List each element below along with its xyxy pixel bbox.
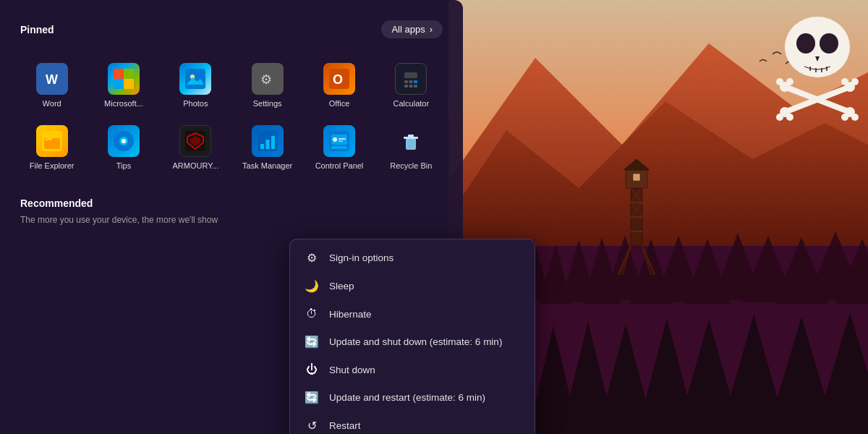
calculator-icon	[395, 63, 427, 95]
app-settings[interactable]: ⚙ Settings	[233, 56, 302, 115]
calculator-label: Calculator	[393, 99, 430, 108]
svg-rect-71	[124, 69, 134, 79]
app-office[interactable]: O Office	[305, 56, 373, 115]
sign-in-icon: ⚙	[305, 251, 319, 265]
word-label: Word	[43, 99, 61, 108]
recommended-description: The more you use your device, the more w…	[20, 215, 443, 225]
power-menu-update-shutdown[interactable]: 🔄 Update and shut down (estimate: 6 min)	[290, 328, 535, 356]
svg-text:W: W	[46, 72, 58, 87]
pinned-apps-grid: W Word Microsoft... Photos ⚙ Settings O	[0, 50, 463, 183]
all-apps-label: All apps	[391, 24, 425, 35]
app-control-panel[interactable]: Control Panel	[305, 118, 373, 177]
update-restart-label: Update and restart (estimate: 6 min)	[329, 392, 485, 403]
power-menu-sign-in-options[interactable]: ⚙ Sign-in options	[290, 244, 535, 272]
svg-rect-42	[633, 174, 640, 181]
svg-rect-73	[124, 79, 134, 89]
svg-rect-74	[185, 69, 205, 89]
svg-point-66	[841, 114, 848, 121]
restart-label: Restart	[329, 420, 361, 431]
power-menu-restart[interactable]: ↺ Restart	[290, 412, 535, 434]
svg-rect-109	[408, 135, 414, 137]
power-menu-update-restart[interactable]: 🔄 Update and restart (estimate: 6 min)	[290, 383, 535, 412]
app-task-manager[interactable]: Task Manager	[233, 118, 302, 177]
office-icon: O	[323, 63, 355, 95]
app-recycle-bin[interactable]: Recycle Bin	[377, 118, 446, 177]
svg-text:O: O	[333, 72, 343, 87]
update-shutdown-label: Update and shut down (estimate: 6 min)	[329, 336, 502, 347]
armoury-icon	[179, 125, 211, 157]
recommended-section: Recommended The more you use your device…	[0, 183, 463, 232]
tips-icon	[108, 125, 140, 157]
photos-label: Photos	[183, 99, 208, 108]
svg-rect-85	[414, 80, 417, 83]
sign-in-options-label: Sign-in options	[329, 252, 393, 263]
sleep-label: Sleep	[329, 281, 354, 292]
power-menu: ⚙ Sign-in options 🌙 Sleep ⏱ Hibernate 🔄 …	[289, 239, 535, 434]
svg-point-93	[122, 139, 126, 143]
app-armoury[interactable]: ARMOURY...	[161, 118, 230, 177]
app-file-explorer[interactable]: File Explorer	[17, 118, 86, 177]
svg-rect-86	[404, 85, 408, 88]
app-word[interactable]: W Word	[17, 56, 86, 115]
svg-rect-84	[409, 80, 413, 83]
app-photos[interactable]: Photos	[161, 56, 230, 115]
office-label: Office	[329, 99, 350, 108]
svg-rect-98	[260, 144, 264, 149]
pinned-label: Pinned	[20, 24, 54, 35]
chevron-right-icon: ›	[430, 24, 433, 35]
restart-icon: ↺	[305, 419, 319, 433]
svg-point-58	[786, 78, 793, 85]
hibernate-label: Hibernate	[329, 309, 372, 320]
recommended-label: Recommended	[20, 197, 443, 209]
svg-point-64	[786, 114, 793, 121]
file-explorer-label: File Explorer	[30, 161, 75, 170]
all-apps-button[interactable]: All apps ›	[381, 20, 443, 38]
word-icon: W	[36, 63, 68, 95]
svg-text:⚙: ⚙	[260, 72, 272, 87]
power-menu-shutdown[interactable]: ⏻ Shut down	[290, 356, 535, 383]
update-restart-icon: 🔄	[305, 391, 319, 404]
start-menu-header: Pinned All apps ›	[0, 0, 463, 50]
svg-rect-88	[414, 85, 417, 88]
svg-point-104	[333, 137, 337, 142]
svg-point-57	[776, 78, 783, 85]
svg-rect-103	[331, 146, 347, 149]
hibernate-icon: ⏱	[305, 307, 319, 320]
settings-icon: ⚙	[252, 63, 284, 95]
settings-label: Settings	[253, 99, 282, 108]
svg-rect-83	[404, 80, 408, 83]
recycle-bin-icon	[395, 125, 427, 157]
svg-rect-82	[404, 72, 417, 78]
power-menu-sleep[interactable]: 🌙 Sleep	[290, 272, 535, 300]
photos-icon	[179, 63, 211, 95]
app-calculator[interactable]: Calculator	[377, 56, 446, 115]
armoury-label: ARMOURY...	[172, 161, 218, 170]
task-manager-label: Task Manager	[242, 161, 292, 170]
svg-point-67	[851, 114, 859, 121]
svg-point-61	[851, 78, 859, 85]
svg-rect-99	[265, 140, 269, 149]
svg-point-60	[841, 78, 848, 85]
control-panel-icon	[323, 125, 355, 157]
file-explorer-icon	[36, 125, 68, 157]
tips-label: Tips	[116, 161, 131, 170]
recycle-bin-label: Recycle Bin	[390, 161, 432, 170]
task-manager-icon	[252, 125, 284, 157]
app-tips[interactable]: Tips	[89, 118, 158, 177]
control-panel-label: Control Panel	[315, 161, 364, 170]
svg-rect-106	[339, 140, 343, 142]
microsoft-store-icon	[108, 63, 140, 95]
svg-point-63	[776, 114, 783, 121]
svg-rect-87	[409, 85, 413, 88]
sleep-icon: 🌙	[305, 279, 319, 293]
microsoft-store-label: Microsoft...	[104, 99, 143, 108]
svg-rect-100	[271, 136, 275, 149]
svg-rect-72	[114, 79, 124, 89]
svg-rect-70	[114, 69, 124, 79]
power-menu-hibernate[interactable]: ⏱ Hibernate	[290, 300, 535, 328]
app-microsoft-store[interactable]: Microsoft...	[89, 56, 158, 115]
svg-rect-105	[339, 138, 346, 140]
shutdown-label: Shut down	[329, 365, 375, 375]
update-shutdown-icon: 🔄	[305, 335, 319, 349]
shutdown-icon: ⏻	[305, 363, 319, 376]
